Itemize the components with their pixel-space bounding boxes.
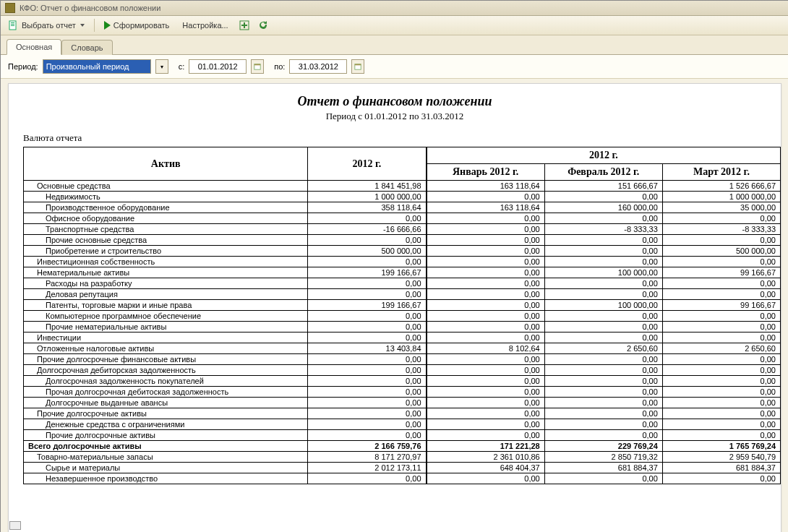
table-row[interactable]: Транспортные средства-16 666,660,00-8 33… <box>24 224 781 235</box>
row-value: 0,00 <box>544 257 662 267</box>
row-value: -16 666,66 <box>308 224 427 235</box>
row-label: Прочие нематериальные активы <box>24 322 308 332</box>
row-label: Патенты, торговые марки и иные права <box>24 300 308 311</box>
period-select[interactable] <box>43 59 151 74</box>
table-row[interactable]: Прочие долгосрочные финансовые активы0,0… <box>24 354 781 365</box>
row-label: Сырье и материалы <box>24 463 308 473</box>
date-to-calendar-button[interactable] <box>351 59 364 74</box>
row-value: 681 884,37 <box>662 463 780 473</box>
row-label: Долгосрочная задолженность покупателей <box>24 376 308 387</box>
row-label: Офисное оборудование <box>24 213 308 224</box>
col-year2: 2012 г. <box>427 147 781 164</box>
row-value: 648 404,37 <box>427 463 545 473</box>
row-value: 171 221,28 <box>427 441 545 452</box>
row-label: Инвестиции <box>24 332 308 343</box>
row-value: 8 171 270,97 <box>308 452 427 463</box>
table-row[interactable]: Долгосрочная дебиторская задолженность0,… <box>24 365 781 376</box>
svg-rect-10 <box>355 64 361 66</box>
date-from-calendar-button[interactable] <box>251 59 264 74</box>
row-value: 199 166,67 <box>308 267 427 278</box>
filter-bar: Период: ▾ с: по: <box>1 55 788 79</box>
row-value: 0,00 <box>544 235 662 246</box>
table-row[interactable]: Инвестиции0,000,000,000,00 <box>24 332 781 343</box>
row-value: 0,00 <box>427 408 545 419</box>
generate-label: Сформировать <box>114 21 170 30</box>
row-value: 0,00 <box>427 257 545 267</box>
row-value: 0,00 <box>308 311 427 322</box>
table-row[interactable]: Отложенные налоговые активы13 403,848 10… <box>24 343 781 354</box>
row-value: 0,00 <box>427 365 545 376</box>
refresh-icon <box>258 20 268 30</box>
row-value: 160 000,00 <box>544 202 662 213</box>
table-row[interactable]: Долгосрочные выданные авансы0,000,000,00… <box>24 398 781 408</box>
row-value: 2 012 173,11 <box>308 463 427 473</box>
row-value: 0,00 <box>544 473 662 484</box>
row-value: 0,00 <box>544 398 662 408</box>
row-value: 151 666,67 <box>544 181 662 192</box>
table-row[interactable]: Производственное оборудование358 118,641… <box>24 202 781 213</box>
table-row[interactable]: Приобретение и строительство500 000,000,… <box>24 246 781 257</box>
table-row[interactable]: Долгосрочная задолженность покупателей0,… <box>24 376 781 387</box>
svg-rect-2 <box>11 24 14 25</box>
row-label: Прочие основные средства <box>24 235 308 246</box>
tab-main[interactable]: Основная <box>7 39 61 55</box>
tabs: Основная Словарь <box>1 35 788 55</box>
row-value: 0,00 <box>662 235 780 246</box>
row-value: 0,00 <box>427 398 545 408</box>
row-value: 100 000,00 <box>544 267 662 278</box>
report-currency-label: Валюта отчета <box>9 132 781 144</box>
row-value: 8 102,64 <box>427 343 545 354</box>
table-row[interactable]: Незавершенное производство0,000,000,000,… <box>24 473 781 484</box>
period-menu-button[interactable]: ▾ <box>155 59 168 74</box>
row-value: 0,00 <box>427 278 545 289</box>
row-value: 0,00 <box>662 398 780 408</box>
row-value: 0,00 <box>662 387 780 398</box>
table-row[interactable]: Патенты, торговые марки и иные права199 … <box>24 300 781 311</box>
row-value: 0,00 <box>427 322 545 332</box>
from-label: с: <box>179 62 185 71</box>
table-row[interactable]: Прочие долгосрочные активы0,000,000,000,… <box>24 430 781 441</box>
table-row[interactable]: Расходы на разработку0,000,000,000,00 <box>24 278 781 289</box>
table-row[interactable]: Офисное оборудование0,000,000,000,00 <box>24 213 781 224</box>
date-to-input[interactable] <box>289 59 347 74</box>
select-report-button[interactable]: Выбрать отчет <box>4 16 90 35</box>
row-value: 0,00 <box>544 365 662 376</box>
add-button[interactable] <box>236 16 252 35</box>
row-value: 0,00 <box>427 387 545 398</box>
tab-dict[interactable]: Словарь <box>61 40 112 55</box>
row-value: 13 403,84 <box>308 343 427 354</box>
report-area[interactable]: Отчет о финансовом положении Период с 01… <box>8 83 781 532</box>
table-row[interactable]: Всего долгосрочные активы2 166 759,76171… <box>24 441 781 452</box>
table-row[interactable]: Прочие основные средства0,000,000,000,00 <box>24 235 781 246</box>
tab-main-label: Основная <box>16 43 52 51</box>
table-row[interactable]: Основные средства1 841 451,98163 118,641… <box>24 181 781 192</box>
table-row[interactable]: Компьютерное программное обеспечение0,00… <box>24 311 781 322</box>
table-row[interactable]: Недвижимость1 000 000,000,000,001 000 00… <box>24 192 781 202</box>
refresh-button[interactable] <box>255 16 271 35</box>
settings-button[interactable]: Настройка... <box>177 16 233 35</box>
table-row[interactable]: Деловая репутация0,000,000,000,00 <box>24 289 781 300</box>
report-icon <box>9 20 19 30</box>
table-row[interactable]: Прочие долгосрочные активы0,000,000,000,… <box>24 408 781 419</box>
table-row[interactable]: Прочие нематериальные активы0,000,000,00… <box>24 322 781 332</box>
table-row[interactable]: Сырье и материалы2 012 173,11648 404,376… <box>24 463 781 473</box>
table-row[interactable]: Прочая долгосрочная дебитоская задолженн… <box>24 387 781 398</box>
row-label: Инвестиционная собственность <box>24 257 308 267</box>
calendar-icon <box>254 63 261 70</box>
row-value: 0,00 <box>662 376 780 387</box>
row-value: 0,00 <box>427 235 545 246</box>
row-value: 0,00 <box>427 354 545 365</box>
calendar-icon <box>354 63 361 70</box>
table-row[interactable]: Инвестиционная собственность0,000,000,00… <box>24 257 781 267</box>
row-value: 0,00 <box>544 246 662 257</box>
table-row[interactable]: Нематериальные активы199 166,670,00100 0… <box>24 267 781 278</box>
row-value: 35 000,00 <box>662 202 780 213</box>
row-value: 0,00 <box>662 311 780 322</box>
table-row[interactable]: Денежные средства с ограничениями0,000,0… <box>24 419 781 430</box>
row-value: 0,00 <box>427 224 545 235</box>
generate-button[interactable]: Сформировать <box>99 16 175 35</box>
table-row[interactable]: Товарно-материальные запасы8 171 270,972… <box>24 452 781 463</box>
tab-dict-label: Словарь <box>71 43 103 52</box>
row-value: 0,00 <box>308 387 427 398</box>
date-from-input[interactable] <box>189 59 247 74</box>
